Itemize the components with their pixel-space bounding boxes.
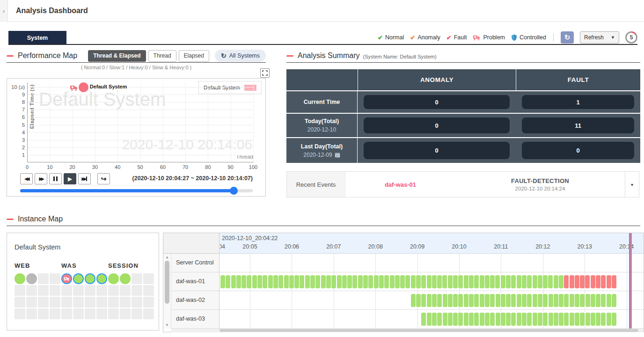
instance-problem-ring[interactable]: [61, 273, 72, 284]
status-block-normal[interactable]: [607, 313, 611, 326]
vertical-scroll-thumb[interactable]: [165, 261, 169, 304]
status-block-normal[interactable]: [501, 313, 505, 326]
status-block-normal[interactable]: [501, 275, 505, 288]
timeline-vertical-scrollbar[interactable]: ▲ ▼: [163, 254, 171, 329]
time-slider-handle[interactable]: [230, 187, 238, 195]
status-block-normal[interactable]: [559, 275, 564, 288]
status-block-fault[interactable]: [601, 275, 606, 288]
status-block-normal[interactable]: [464, 275, 468, 288]
status-block-normal[interactable]: [543, 294, 548, 307]
all-systems-button[interactable]: ↻ All Systems: [215, 50, 266, 62]
play-button[interactable]: ▶: [64, 173, 76, 184]
status-block-normal[interactable]: [480, 313, 484, 326]
status-block-normal[interactable]: [496, 313, 500, 326]
status-block-normal[interactable]: [591, 313, 595, 326]
status-block-normal[interactable]: [421, 313, 426, 326]
status-block-normal[interactable]: [347, 275, 352, 288]
legend-item-normal[interactable]: ✔Normal: [378, 34, 404, 41]
status-block-normal[interactable]: [257, 275, 262, 288]
status-block-normal[interactable]: [485, 275, 490, 288]
status-block-normal[interactable]: [337, 275, 342, 288]
status-block-normal[interactable]: [411, 294, 416, 307]
status-block-normal[interactable]: [395, 275, 400, 288]
summary-value-anomaly-0[interactable]: 0: [364, 95, 510, 109]
status-block-normal[interactable]: [485, 313, 490, 326]
status-block-normal[interactable]: [379, 275, 384, 288]
status-block-normal[interactable]: [289, 275, 294, 288]
status-block-normal[interactable]: [554, 275, 558, 288]
recent-events-bar[interactable]: Recent Events daf-was-01 FAULT-DETECTION…: [286, 171, 639, 198]
status-block-normal[interactable]: [506, 294, 511, 307]
status-block-normal[interactable]: [374, 275, 379, 288]
status-block-normal[interactable]: [437, 313, 442, 326]
status-block-normal[interactable]: [570, 313, 574, 326]
status-block-normal[interactable]: [490, 275, 495, 288]
legend-item-controlled[interactable]: Controlled: [511, 34, 546, 41]
status-block-normal[interactable]: [511, 275, 516, 288]
status-block-normal[interactable]: [368, 275, 373, 288]
refresh-button[interactable]: ↻: [561, 31, 574, 44]
status-block-normal[interactable]: [236, 275, 241, 288]
instance-green-ring[interactable]: [73, 273, 84, 284]
status-block-normal[interactable]: [527, 275, 532, 288]
status-block-normal[interactable]: [443, 313, 447, 326]
status-block-normal[interactable]: [300, 275, 304, 288]
status-block-normal[interactable]: [517, 313, 521, 326]
summary-value-anomaly-2[interactable]: 0: [364, 142, 510, 159]
status-block-normal[interactable]: [549, 313, 553, 326]
status-block-normal[interactable]: [268, 275, 273, 288]
status-block-normal[interactable]: [543, 275, 548, 288]
status-block-normal[interactable]: [480, 275, 484, 288]
summary-value-fault-0[interactable]: 1: [522, 95, 634, 109]
status-block-normal[interactable]: [315, 275, 320, 288]
status-block-normal[interactable]: [437, 275, 442, 288]
status-block-fault[interactable]: [607, 275, 611, 288]
status-block-normal[interactable]: [549, 294, 553, 307]
status-block-normal[interactable]: [458, 294, 463, 307]
status-block-normal[interactable]: [310, 275, 315, 288]
status-block-fault[interactable]: [591, 275, 595, 288]
status-block-normal[interactable]: [495, 275, 500, 288]
tab-system[interactable]: System: [8, 31, 66, 45]
status-block-fault[interactable]: [580, 275, 585, 288]
status-block-normal[interactable]: [384, 275, 389, 288]
status-block-normal[interactable]: [554, 313, 558, 326]
timeline-horizontal-scrollbar[interactable]: [171, 329, 644, 332]
status-block-normal[interactable]: [432, 275, 437, 288]
status-block-normal[interactable]: [390, 275, 395, 288]
status-block-normal[interactable]: [464, 313, 468, 326]
status-block-normal[interactable]: [421, 294, 426, 307]
status-block-normal[interactable]: [294, 275, 299, 288]
status-block-normal[interactable]: [421, 275, 426, 288]
instance-gray[interactable]: [26, 273, 37, 284]
status-block-normal[interactable]: [411, 275, 416, 288]
status-block-normal[interactable]: [506, 275, 511, 288]
status-block-normal[interactable]: [273, 275, 278, 288]
legend-item-fault[interactable]: ✔Fault: [446, 34, 467, 41]
status-block-normal[interactable]: [517, 275, 521, 288]
status-block-normal[interactable]: [352, 275, 357, 288]
status-block-normal[interactable]: [570, 294, 574, 307]
status-block-normal[interactable]: [527, 294, 532, 307]
status-block-normal[interactable]: [596, 294, 600, 307]
status-block-normal[interactable]: [453, 294, 458, 307]
summary-value-fault-2[interactable]: 0: [522, 142, 634, 159]
status-block-normal[interactable]: [564, 294, 569, 307]
status-block-normal[interactable]: [448, 294, 453, 307]
status-block-normal[interactable]: [427, 294, 432, 307]
system-bubble[interactable]: [79, 82, 88, 92]
status-block-normal[interactable]: [548, 275, 553, 288]
status-block-normal[interactable]: [575, 313, 579, 326]
status-block-fault[interactable]: [596, 275, 600, 288]
status-block-normal[interactable]: [432, 294, 437, 307]
fast-forward-button[interactable]: ▶▶: [35, 173, 47, 184]
status-block-normal[interactable]: [533, 294, 537, 307]
status-block-normal[interactable]: [453, 313, 458, 326]
scroll-down-button[interactable]: ▼: [163, 323, 171, 327]
legend-item-anomaly[interactable]: ✔Anomaly: [410, 34, 440, 41]
instance-green[interactable]: [15, 273, 25, 284]
status-block-normal[interactable]: [533, 313, 537, 326]
status-block-normal[interactable]: [533, 275, 537, 288]
expand-button[interactable]: [260, 68, 270, 78]
status-block-normal[interactable]: [321, 275, 326, 288]
